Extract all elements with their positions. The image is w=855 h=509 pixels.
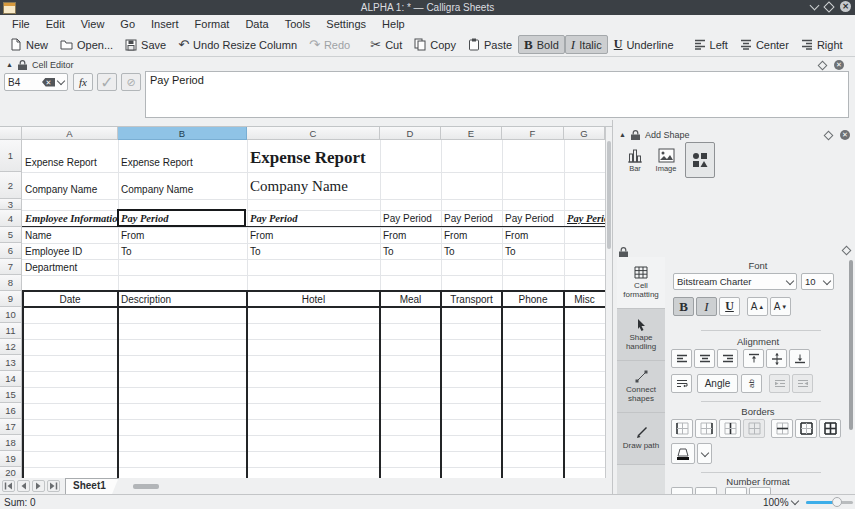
row-header-15[interactable]: 15 bbox=[0, 387, 22, 403]
cell-D9[interactable]: Meal bbox=[380, 291, 441, 307]
panel-bold-button[interactable]: B bbox=[673, 297, 694, 316]
row-header-3[interactable]: 3 bbox=[0, 199, 22, 210]
cell-editor-header[interactable]: ▲ Cell Editor ✕ bbox=[6, 59, 849, 70]
apply-button[interactable]: ✓ bbox=[97, 73, 117, 91]
redo-button[interactable]: ↷ Redo bbox=[303, 35, 356, 54]
zoom-slider-handle[interactable] bbox=[832, 497, 842, 507]
column-header-E[interactable]: E bbox=[441, 127, 502, 140]
menu-data[interactable]: Data bbox=[237, 16, 276, 32]
border-all-button[interactable] bbox=[819, 419, 841, 438]
border-color-dropdown[interactable] bbox=[697, 443, 712, 464]
tab-connect-shapes[interactable]: Connect shapes bbox=[617, 361, 665, 413]
cell-B1[interactable]: Expense Report bbox=[118, 140, 247, 172]
cell-A7[interactable]: Department bbox=[22, 259, 118, 275]
row-header-1[interactable]: 1 bbox=[0, 140, 22, 172]
cell-G9[interactable]: Misc bbox=[564, 291, 605, 307]
cell-A1[interactable]: Expense Report bbox=[22, 140, 118, 172]
column-header-G[interactable]: G bbox=[564, 127, 605, 140]
close-docker-icon[interactable]: ✕ bbox=[840, 130, 850, 140]
number-format-button[interactable] bbox=[749, 487, 771, 494]
previous-sheet-button[interactable] bbox=[17, 480, 30, 492]
cell-C1[interactable]: Expense Report bbox=[247, 140, 427, 172]
panel-wrap-button[interactable] bbox=[671, 374, 692, 393]
border-vertical-button[interactable] bbox=[719, 419, 741, 438]
cell-B5[interactable]: From bbox=[118, 227, 247, 243]
row-header-8[interactable]: 8 bbox=[0, 275, 22, 291]
increase-indent-button[interactable] bbox=[792, 374, 813, 393]
paste-button[interactable]: Paste bbox=[462, 35, 518, 54]
panel-italic-button[interactable]: I bbox=[696, 297, 717, 316]
tab-cell-formatting[interactable]: Cell formatting bbox=[617, 257, 665, 309]
cell-A9[interactable]: Date bbox=[22, 291, 118, 307]
menu-tools[interactable]: Tools bbox=[277, 16, 319, 32]
font-size-combobox[interactable]: 10 bbox=[801, 273, 834, 290]
column-header-B[interactable]: B bbox=[118, 127, 247, 140]
row-header-5[interactable]: 5 bbox=[0, 227, 22, 243]
font-family-combobox[interactable]: Bitstream Charter bbox=[673, 273, 797, 290]
cell-A4[interactable]: Employee Information bbox=[22, 210, 118, 227]
spreadsheet[interactable]: A B C D E F G 12345678910111213141516171… bbox=[0, 126, 612, 478]
sheet-tab[interactable]: Sheet1 bbox=[65, 478, 119, 495]
cell-C4[interactable]: Pay Period bbox=[247, 210, 380, 227]
cell-G4[interactable]: Pay Period bbox=[564, 210, 605, 227]
row-header-16[interactable]: 16 bbox=[0, 403, 22, 419]
halign-left-button[interactable] bbox=[671, 349, 692, 368]
cell-reference-combobox[interactable]: B4 ✕ bbox=[4, 73, 68, 91]
align-left-button[interactable]: Left bbox=[688, 36, 734, 54]
cell-E9[interactable]: Transport bbox=[441, 291, 502, 307]
row-header-9[interactable]: 9 bbox=[0, 291, 22, 307]
cell-C6[interactable]: To bbox=[247, 243, 380, 259]
save-button[interactable]: Save bbox=[119, 36, 172, 54]
menu-settings[interactable]: Settings bbox=[318, 16, 374, 32]
border-right-button[interactable] bbox=[695, 419, 717, 438]
border-outline-button[interactable] bbox=[795, 419, 817, 438]
row-header-11[interactable]: 11 bbox=[0, 323, 22, 339]
panel-underline-button[interactable]: U bbox=[719, 297, 740, 316]
maximize-icon[interactable] bbox=[823, 1, 834, 12]
border-horizontal-button[interactable] bbox=[771, 419, 793, 438]
collapse-icon[interactable]: ▲ bbox=[619, 131, 626, 138]
vertical-text-button[interactable]: ab bbox=[741, 374, 762, 393]
cell-E5[interactable]: From bbox=[441, 227, 502, 243]
angle-button[interactable]: Angle bbox=[697, 374, 738, 393]
bold-button[interactable]: B Bold bbox=[518, 35, 565, 54]
float-docker-icon[interactable] bbox=[824, 130, 834, 140]
border-left-button[interactable] bbox=[671, 419, 693, 438]
row-header-17[interactable]: 17 bbox=[0, 419, 22, 435]
add-shape-header[interactable]: ▲ Add Shape ✕ bbox=[619, 129, 850, 140]
cell-editor-input[interactable]: Pay Period bbox=[145, 71, 849, 118]
cell-F5[interactable]: From bbox=[502, 227, 564, 243]
float-docker-icon[interactable] bbox=[842, 246, 852, 256]
column-header-C[interactable]: C bbox=[247, 127, 380, 140]
cell-C5[interactable]: From bbox=[247, 227, 380, 243]
panel-scrollbar-thumb[interactable] bbox=[849, 260, 853, 430]
row-header-13[interactable]: 13 bbox=[0, 355, 22, 371]
row-header-7[interactable]: 7 bbox=[0, 259, 22, 275]
tab-draw-path[interactable]: Draw path bbox=[617, 413, 665, 465]
valign-middle-button[interactable] bbox=[766, 349, 787, 368]
next-sheet-button[interactable] bbox=[32, 480, 45, 492]
cell-B6[interactable]: To bbox=[118, 243, 247, 259]
halign-center-button[interactable] bbox=[694, 349, 715, 368]
menu-view[interactable]: View bbox=[73, 16, 113, 32]
vertical-scrollbar-thumb[interactable] bbox=[607, 141, 611, 249]
column-header-A[interactable]: A bbox=[22, 127, 118, 140]
cell-F4[interactable]: Pay Period bbox=[502, 210, 564, 227]
underline-button[interactable]: U Underline bbox=[608, 35, 680, 54]
halign-right-button[interactable] bbox=[717, 349, 738, 368]
cell-E4[interactable]: Pay Period bbox=[441, 210, 502, 227]
open-button[interactable]: Open... bbox=[54, 36, 119, 54]
column-header-F[interactable]: F bbox=[502, 127, 564, 140]
row-header-2[interactable]: 2 bbox=[0, 172, 22, 199]
zoom-level[interactable]: 100% bbox=[763, 497, 789, 508]
clear-icon[interactable]: ✕ bbox=[42, 78, 55, 87]
menu-insert[interactable]: Insert bbox=[143, 16, 187, 32]
new-button[interactable]: New bbox=[4, 35, 54, 54]
row-header-18[interactable]: 18 bbox=[0, 435, 22, 451]
titlebar[interactable]: ALPHA 1: * — Calligra Sheets ✕ bbox=[0, 0, 855, 15]
cut-button[interactable]: ✂ Cut bbox=[364, 35, 408, 54]
column-header-D[interactable]: D bbox=[380, 127, 441, 140]
number-format-button[interactable] bbox=[671, 487, 693, 494]
undo-button[interactable]: ↶ Undo Resize Column bbox=[172, 35, 303, 54]
tool-options-header[interactable] bbox=[619, 246, 850, 257]
